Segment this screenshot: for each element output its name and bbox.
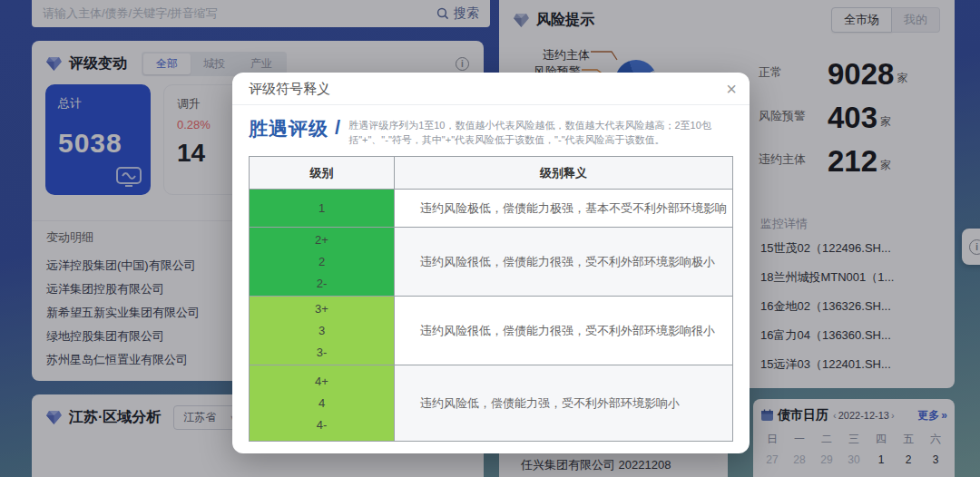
- level-value: 1: [250, 198, 394, 219]
- level-value: 4: [250, 393, 394, 414]
- level-value: 4+: [250, 371, 394, 393]
- table-row: 2+ 2 2- 违约风险很低，偿债能力很强，受不利外部环境影响极小: [250, 228, 733, 297]
- table-row: 1 违约风险极低，偿债能力极强，基本不受不利外部环境影响: [250, 190, 733, 228]
- table-header-meaning: 级别释义: [395, 157, 733, 190]
- modal-title: 评级符号释义: [249, 81, 330, 96]
- close-icon[interactable]: ×: [726, 73, 737, 105]
- shengyu-rating-title: 胜遇评级: [249, 116, 328, 141]
- table-header-level: 级别: [250, 157, 395, 190]
- level-meaning: 违约风险低，偿债能力强，受不利外部环境影响小: [395, 365, 733, 442]
- level-value: 2: [250, 251, 394, 273]
- level-value: 3-: [250, 342, 394, 364]
- table-row: 4+ 4 4- 违约风险低，偿债能力强，受不利外部环境影响小: [250, 365, 733, 442]
- level-value: 3+: [250, 298, 394, 320]
- divider: /: [335, 116, 340, 140]
- rating-symbol-modal: 评级符号释义 × 胜遇评级 / 胜遇评级序列为1至10，数值越小代表风险越低，数…: [232, 73, 750, 453]
- level-value: 2-: [250, 273, 394, 295]
- rating-table: 级别 级别释义 1 违约风险极低，偿债能力极强，基本不受不利外部环境影响 2+ …: [249, 156, 733, 442]
- level-meaning: 违约风险很低，偿债能力很强，受不利外部环境影响极小: [395, 228, 733, 297]
- level-value: 2+: [250, 229, 394, 251]
- level-value: 3: [250, 320, 394, 342]
- level-meaning: 违约风险极低，偿债能力极强，基本不受不利外部环境影响: [395, 190, 733, 228]
- level-value: 4-: [250, 414, 394, 436]
- table-row: 3+ 3 3- 违约风险很低，偿债能力很强，受不利外部环境影响很小: [250, 297, 733, 365]
- level-meaning: 违约风险很低，偿债能力很强，受不利外部环境影响很小: [395, 297, 733, 365]
- rating-description: 胜遇评级序列为1至10，数值越小代表风险越低，数值越大代表风险越高；2至10包括…: [348, 116, 733, 147]
